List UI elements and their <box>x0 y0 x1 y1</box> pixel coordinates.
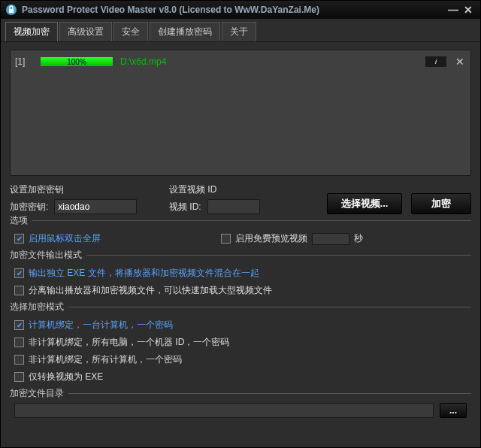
video-id-label: 视频 ID: <box>169 201 201 213</box>
free-preview-label: 启用免费预览视频 <box>235 232 307 245</box>
encrypt-mode-pcbind-checkbox[interactable] <box>14 320 24 330</box>
free-preview-checkbox[interactable] <box>221 234 231 244</box>
encrypt-mode-machineid-checkbox[interactable] <box>14 338 24 347</box>
dblclick-fullscreen-checkbox[interactable] <box>14 234 24 244</box>
encrypt-button[interactable]: 加密 <box>411 193 471 214</box>
free-preview-suffix: 秒 <box>354 232 363 245</box>
file-info-button[interactable]: i <box>425 56 446 67</box>
app-icon <box>5 4 17 16</box>
titlebar[interactable]: Password Protect Video Master v8.0 (Lice… <box>1 1 480 19</box>
file-row[interactable]: [1] 100% D:\x6d.mp4 i ✕ <box>15 55 466 68</box>
minimize-button[interactable]: — <box>446 4 461 16</box>
tab-create-password[interactable]: 创建播放密码 <box>150 22 220 41</box>
browse-button[interactable]: ... <box>440 403 467 418</box>
output-mode-exe-checkbox[interactable] <box>14 268 24 278</box>
dblclick-fullscreen-label: 启用鼠标双击全屏 <box>29 232 101 245</box>
options-title: 选项 <box>10 214 32 227</box>
free-preview-seconds-input[interactable] <box>312 233 349 245</box>
video-id-title: 设置视频 ID <box>169 183 282 196</box>
video-id-input[interactable] <box>207 199 260 214</box>
output-mode-exe-label: 输出独立 EXE 文件，将播放器和加密视频文件混合在一起 <box>29 267 259 280</box>
encrypt-mode-convertonly-label: 仅转换视频为 EXE <box>29 371 103 383</box>
encrypt-mode-title: 选择加密模式 <box>10 301 68 313</box>
output-mode-separate-label: 分离输出播放器和加密视频文件，可以快速加载大型视频文件 <box>29 284 272 297</box>
tab-advanced[interactable]: 高级设置 <box>59 22 112 41</box>
key-input[interactable] <box>54 199 137 214</box>
tab-security[interactable]: 安全 <box>113 22 148 41</box>
key-label: 加密密钥: <box>10 201 48 213</box>
encrypt-mode-allpc-label: 非计算机绑定，所有计算机，一个密码 <box>29 353 182 366</box>
svg-rect-1 <box>9 9 14 13</box>
file-path: D:\x6d.mp4 <box>120 56 166 67</box>
output-mode-separate-checkbox[interactable] <box>14 286 24 295</box>
select-video-button[interactable]: 选择视频... <box>327 193 402 214</box>
key-section-title: 设置加密密钥 <box>10 183 160 196</box>
output-mode-title: 加密文件输出模式 <box>10 249 86 262</box>
encrypt-mode-pcbind-label: 计算机绑定，一台计算机，一个密码 <box>29 319 173 331</box>
encrypt-mode-machineid-label: 非计算机绑定，所有电脑，一个机器 ID，一个密码 <box>29 336 229 349</box>
file-remove-button[interactable]: ✕ <box>454 56 466 68</box>
window-title: Password Protect Video Master v8.0 (Lice… <box>22 5 446 15</box>
encrypt-mode-allpc-checkbox[interactable] <box>14 355 24 365</box>
file-list: [1] 100% D:\x6d.mp4 i ✕ <box>10 50 471 176</box>
tab-video-encrypt[interactable]: 视频加密 <box>5 22 58 41</box>
tab-about[interactable]: 关于 <box>222 22 256 41</box>
file-index: [1] <box>15 56 33 67</box>
file-progress: 100% <box>41 57 113 66</box>
close-button[interactable]: ✕ <box>461 4 476 16</box>
tab-bar: 视频加密 高级设置 安全 创建播放密码 关于 <box>1 19 480 42</box>
output-dir-title: 加密文件目录 <box>10 387 68 400</box>
encrypt-mode-convertonly-checkbox[interactable] <box>14 372 24 382</box>
output-dir-input[interactable] <box>14 403 434 418</box>
